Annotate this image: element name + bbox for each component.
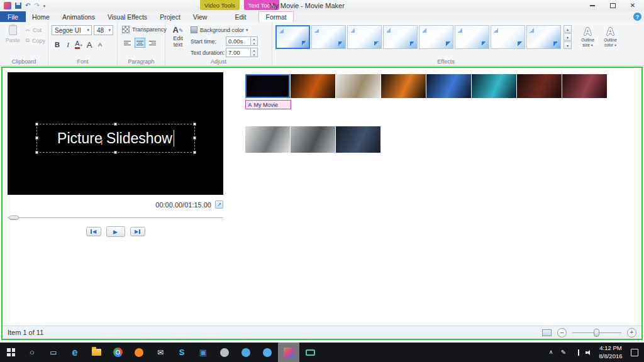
zoom-out-button[interactable]: –: [557, 328, 567, 337]
font-size-combobox[interactable]: 48 ▾: [94, 25, 113, 35]
storyboard-clip[interactable]: [291, 74, 335, 98]
resize-handle[interactable]: [193, 136, 196, 140]
zoom-slider-handle[interactable]: [594, 329, 599, 337]
tray-expand-icon-button[interactable]: ∧: [545, 343, 557, 362]
effect-thumb-4[interactable]: [383, 25, 418, 49]
storyboard-clip[interactable]: [426, 74, 471, 98]
play-button[interactable]: ▶: [106, 226, 125, 237]
title-textbox[interactable]: Picture Slideshow: [36, 124, 195, 153]
paste-button[interactable]: Paste: [4, 25, 21, 58]
start-time-spinner[interactable]: ▴▾: [251, 36, 258, 46]
resize-handle[interactable]: [193, 151, 196, 154]
clip-label[interactable]: A My Movie: [245, 100, 291, 109]
effect-thumb-3[interactable]: [347, 25, 382, 49]
edit-text-button[interactable]: A✎ Edit text: [169, 25, 187, 58]
outline-color-button[interactable]: A Outline color ▾: [600, 25, 621, 58]
screen-share-icon-button[interactable]: [299, 343, 321, 362]
task-view-icon-button[interactable]: ▭: [43, 343, 64, 362]
storyboard-clip[interactable]: [517, 74, 562, 98]
effect-thumb-2[interactable]: [311, 25, 346, 49]
tab-edit[interactable]: Edit: [228, 11, 252, 22]
storyboard-clip[interactable]: [562, 74, 607, 98]
tab-view[interactable]: View: [187, 11, 214, 22]
start-icon-button[interactable]: [0, 343, 21, 362]
cut-button[interactable]: ✂ Cut: [26, 27, 45, 33]
close-button[interactable]: ✕: [623, 0, 643, 11]
transparency-button[interactable]: Transparency: [122, 26, 162, 33]
start-time-input[interactable]: 0.00s: [226, 36, 251, 46]
preview-pane[interactable]: Picture Slideshow I: [8, 72, 223, 195]
skype-icon-button[interactable]: S: [171, 343, 192, 362]
tab-home[interactable]: Home: [26, 11, 56, 22]
steam-icon-button[interactable]: [214, 343, 235, 362]
effect-thumb-1[interactable]: [275, 25, 310, 49]
storyboard-clip[interactable]: [245, 74, 290, 98]
storyboard-clip[interactable]: [291, 126, 335, 153]
search-icon-button[interactable]: ○: [21, 343, 43, 362]
app-blue-icon-button[interactable]: ▣: [192, 343, 214, 362]
text-duration-input[interactable]: 7.00: [226, 48, 251, 57]
effect-thumb-8[interactable]: [526, 25, 561, 49]
text-duration-spinner[interactable]: ▴▾: [251, 48, 258, 57]
gallery-more-button[interactable]: ▾: [564, 41, 572, 49]
save-icon[interactable]: [15, 3, 21, 9]
fullscreen-button[interactable]: ↗: [215, 200, 223, 209]
twitter-icon-button[interactable]: [257, 343, 278, 362]
storyboard-clip[interactable]: [381, 74, 426, 98]
zoom-slider[interactable]: [572, 328, 621, 337]
seek-bar[interactable]: [8, 215, 223, 221]
resize-handle[interactable]: [35, 136, 38, 140]
maximize-button[interactable]: [602, 0, 623, 11]
taskbar-clock[interactable]: 4:12 PM 8/8/2016: [594, 344, 627, 360]
contextual-tab-video-tools[interactable]: Video Tools: [200, 0, 240, 10]
mail-icon-button[interactable]: ✉: [150, 343, 171, 362]
effect-thumb-5[interactable]: [419, 25, 453, 49]
previous-frame-button[interactable]: ◀: [86, 227, 101, 236]
storyboard-clip[interactable]: [336, 74, 380, 98]
copy-button[interactable]: ⧉ Copy: [26, 37, 45, 44]
next-frame-button[interactable]: ▶: [130, 227, 145, 236]
resize-handle[interactable]: [35, 123, 38, 126]
edge-icon-button[interactable]: e: [64, 343, 86, 362]
tab-format[interactable]: Format: [258, 11, 293, 22]
grow-font-button[interactable]: A: [85, 40, 94, 50]
italic-button[interactable]: I: [64, 40, 72, 50]
gallery-scroll-up-button[interactable]: ▴: [564, 25, 572, 33]
tab-animations[interactable]: Animations: [56, 11, 101, 22]
storyboard-clip[interactable]: [472, 74, 516, 98]
spinner-down-icon[interactable]: ▾: [251, 53, 257, 57]
background-color-button[interactable]: Background color ▾: [191, 25, 258, 35]
qat-dropdown-icon[interactable]: ▾: [43, 4, 46, 8]
file-tab[interactable]: File: [0, 11, 26, 22]
resize-handle[interactable]: [193, 123, 196, 126]
shrink-font-button[interactable]: A: [96, 40, 104, 50]
storyboard-clip[interactable]: [245, 126, 290, 153]
chrome-icon-button[interactable]: [107, 343, 128, 362]
file-explorer-icon-button[interactable]: [86, 343, 107, 362]
minimize-button[interactable]: [582, 0, 602, 11]
undo-icon[interactable]: ↶: [25, 3, 30, 9]
help-button[interactable]: ?: [633, 13, 641, 21]
align-right-button[interactable]: [147, 38, 158, 48]
effect-thumb-6[interactable]: [455, 25, 489, 49]
resize-handle[interactable]: [35, 151, 38, 154]
tab-project[interactable]: Project: [153, 11, 187, 22]
storyboard-clip[interactable]: [336, 126, 380, 153]
firefox-icon-button[interactable]: [128, 343, 150, 362]
seek-handle[interactable]: [9, 216, 19, 220]
align-left-button[interactable]: [122, 38, 133, 48]
gallery-scroll-down-button[interactable]: ▾: [564, 33, 572, 41]
outline-size-button[interactable]: A Outline size ▾: [577, 25, 598, 58]
tab-visual-effects[interactable]: Visual Effects: [101, 11, 153, 22]
redo-icon[interactable]: ↷: [34, 3, 39, 9]
volume-icon-button[interactable]: [583, 343, 594, 362]
resize-handle[interactable]: [114, 151, 117, 154]
effect-thumb-7[interactable]: [491, 25, 525, 49]
messaging-app-icon-button[interactable]: [235, 343, 257, 362]
pen-icon-button[interactable]: ✎: [558, 343, 569, 362]
font-family-combobox[interactable]: Segoe UI ▾: [52, 25, 92, 35]
font-color-button[interactable]: A▾: [74, 40, 83, 50]
thumbnail-size-icon[interactable]: [542, 329, 552, 336]
align-center-button[interactable]: [135, 38, 145, 48]
movie-maker-icon-button[interactable]: [278, 343, 299, 362]
